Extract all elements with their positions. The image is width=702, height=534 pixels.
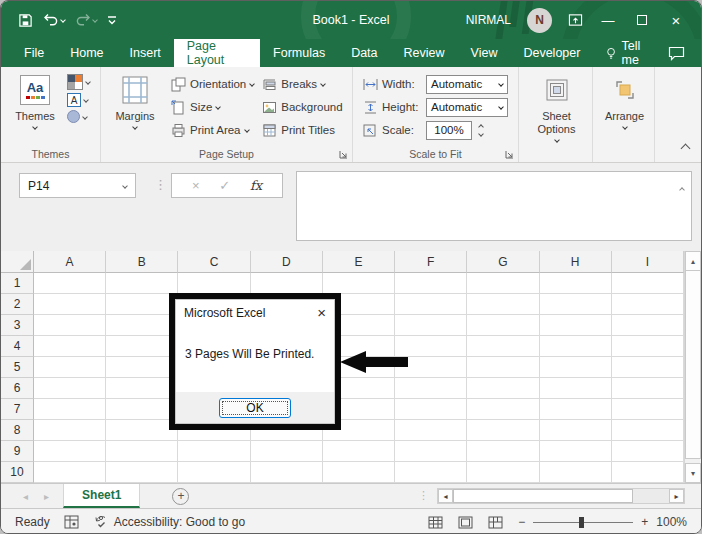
size-button[interactable]: Size	[171, 97, 254, 117]
accessibility-status[interactable]: Accessibility: Good to go	[93, 515, 245, 529]
redo-dropdown-icon[interactable]	[92, 17, 98, 23]
cell-D10[interactable]	[251, 462, 323, 483]
cell-A1[interactable]	[34, 273, 106, 294]
scroll-down-button[interactable]: ▾	[685, 463, 701, 483]
scroll-left-button[interactable]: ◂	[438, 489, 453, 503]
cell-H10[interactable]	[540, 462, 612, 483]
cell-E10[interactable]	[323, 462, 395, 483]
zoom-slider-handle[interactable]	[579, 517, 584, 528]
cell-B10[interactable]	[106, 462, 178, 483]
cell-B3[interactable]	[106, 315, 178, 336]
minimize-button[interactable]: —	[599, 13, 617, 28]
cell-F7[interactable]	[395, 399, 467, 420]
cell-C10[interactable]	[178, 462, 250, 483]
tab-tell-me[interactable]: Tell me	[593, 39, 668, 67]
zoom-slider[interactable]	[533, 522, 633, 523]
cell-A6[interactable]	[34, 378, 106, 399]
macro-record-button[interactable]	[64, 515, 79, 529]
scale-down-icon[interactable]	[478, 131, 484, 137]
tab-review[interactable]: Review	[391, 39, 458, 67]
zoom-out-button[interactable]: −	[518, 515, 525, 529]
undo-dropdown-icon[interactable]	[60, 17, 66, 23]
cell-G9[interactable]	[467, 441, 539, 462]
sheet-options-button[interactable]: Sheet Options	[525, 71, 588, 142]
formula-bar-separator-icon[interactable]: ⋮	[154, 177, 167, 192]
tab-view[interactable]: View	[458, 39, 511, 67]
page-break-preview-button[interactable]	[488, 516, 503, 529]
cell-I5[interactable]	[612, 357, 684, 378]
column-header-G[interactable]: G	[467, 251, 539, 273]
cell-F2[interactable]	[395, 294, 467, 315]
cell-B4[interactable]	[106, 336, 178, 357]
scale-to-fit-dialog-launcher[interactable]	[504, 149, 515, 160]
cell-E1[interactable]	[323, 273, 395, 294]
ribbon-display-options-button[interactable]	[568, 13, 583, 27]
themes-button[interactable]: Aa Themes	[7, 71, 63, 129]
cell-F9[interactable]	[395, 441, 467, 462]
cell-G7[interactable]	[467, 399, 539, 420]
column-header-C[interactable]: C	[178, 251, 250, 273]
cell-H4[interactable]	[540, 336, 612, 357]
user-name[interactable]: NIRMAL	[466, 13, 511, 27]
cell-H5[interactable]	[540, 357, 612, 378]
theme-colors-button[interactable]	[67, 74, 90, 90]
cell-I8[interactable]	[612, 420, 684, 441]
cell-H9[interactable]	[540, 441, 612, 462]
orientation-button[interactable]: Orientation	[171, 74, 254, 94]
row-header-4[interactable]: 4	[1, 336, 34, 357]
tab-file[interactable]: File	[11, 39, 57, 67]
cell-H3[interactable]	[540, 315, 612, 336]
cell-F10[interactable]	[395, 462, 467, 483]
horizontal-scrollbar[interactable]: ◂ ▸	[437, 488, 685, 504]
cell-A7[interactable]	[34, 399, 106, 420]
height-dropdown[interactable]: Automatic	[426, 98, 508, 117]
cell-F3[interactable]	[395, 315, 467, 336]
name-box[interactable]: P14	[19, 173, 136, 198]
cell-G2[interactable]	[467, 294, 539, 315]
previous-sheet-button[interactable]: ◂	[23, 491, 28, 502]
tab-formulas[interactable]: Formulas	[260, 39, 338, 67]
cell-E9[interactable]	[323, 441, 395, 462]
cell-G10[interactable]	[467, 462, 539, 483]
tab-developer[interactable]: Developer	[510, 39, 593, 67]
normal-view-button[interactable]	[428, 516, 443, 529]
column-header-F[interactable]: F	[395, 251, 467, 273]
cell-I2[interactable]	[612, 294, 684, 315]
breaks-button[interactable]: Breaks	[262, 74, 342, 94]
cell-G1[interactable]	[467, 273, 539, 294]
cell-A3[interactable]	[34, 315, 106, 336]
horizontal-scrollbar-track[interactable]	[633, 489, 669, 503]
new-sheet-button[interactable]: +	[172, 488, 189, 505]
sheet-tab-sheet1[interactable]: Sheet1	[63, 484, 140, 508]
maximize-button[interactable]	[633, 13, 651, 28]
cell-C9[interactable]	[178, 441, 250, 462]
cell-I7[interactable]	[612, 399, 684, 420]
theme-fonts-button[interactable]: A	[67, 93, 90, 107]
column-header-I[interactable]: I	[612, 251, 684, 273]
cell-I10[interactable]	[612, 462, 684, 483]
comments-button[interactable]	[668, 39, 701, 67]
cell-B5[interactable]	[106, 357, 178, 378]
tab-strip-resize-handle[interactable]: ⋮	[418, 489, 429, 502]
cell-I9[interactable]	[612, 441, 684, 462]
name-box-dropdown-icon[interactable]	[122, 183, 128, 189]
collapse-formula-bar-button[interactable]	[680, 178, 684, 196]
select-all-corner[interactable]	[1, 251, 34, 273]
theme-effects-button[interactable]	[67, 110, 90, 123]
page-setup-dialog-launcher[interactable]	[338, 149, 349, 160]
cell-F1[interactable]	[395, 273, 467, 294]
cell-A8[interactable]	[34, 420, 106, 441]
cell-G4[interactable]	[467, 336, 539, 357]
column-header-H[interactable]: H	[540, 251, 612, 273]
cell-H2[interactable]	[540, 294, 612, 315]
cell-B2[interactable]	[106, 294, 178, 315]
redo-button[interactable]	[72, 10, 100, 30]
cell-B7[interactable]	[106, 399, 178, 420]
cell-B1[interactable]	[106, 273, 178, 294]
cell-G6[interactable]	[467, 378, 539, 399]
ok-button[interactable]: OK	[219, 398, 291, 418]
background-button[interactable]: Background	[262, 97, 342, 117]
tab-page-layout[interactable]: Page Layout	[174, 39, 260, 67]
cell-A10[interactable]	[34, 462, 106, 483]
cell-I3[interactable]	[612, 315, 684, 336]
